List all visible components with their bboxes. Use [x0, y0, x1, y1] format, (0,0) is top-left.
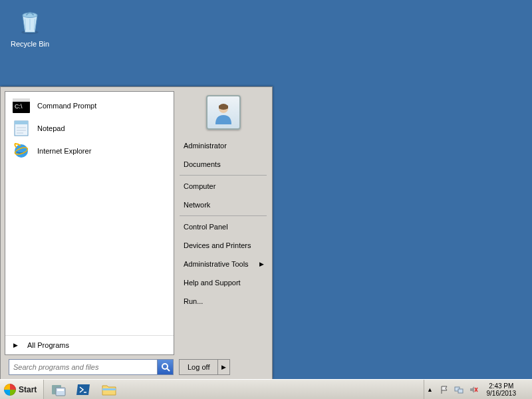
pinned-item-notepad[interactable]: Notepad [5, 117, 174, 140]
recycle-bin-label: Recycle Bin [7, 40, 53, 48]
right-item-administrative-tools[interactable]: Administrative Tools▶ [177, 255, 269, 273]
search-box [9, 359, 174, 375]
svg-rect-17 [57, 389, 64, 391]
windows-orb-icon [4, 384, 16, 396]
taskbar-server-manager[interactable] [47, 380, 70, 399]
start-button[interactable]: Start [0, 380, 44, 399]
svg-rect-3 [13, 98, 30, 102]
pinned-item-label: Command Prompt [37, 102, 96, 110]
triangle-right-icon: ▶ [221, 364, 226, 370]
clock-date: 9/16/2013 [487, 390, 517, 397]
recycle-bin[interactable]: Recycle Bin [7, 5, 53, 48]
logoff-options-button[interactable]: ▶ [217, 360, 229, 374]
svg-text:C:\: C:\ [15, 103, 23, 110]
search-input[interactable] [9, 360, 157, 374]
pinned-item-command-prompt[interactable]: C:\ Command Prompt [5, 94, 174, 117]
taskbar-explorer[interactable] [97, 380, 121, 399]
svg-rect-20 [458, 389, 463, 393]
chevron-up-icon: ▲ [427, 386, 433, 393]
logoff-button[interactable]: Log off [180, 360, 217, 374]
recycle-bin-icon [14, 5, 46, 37]
submenu-arrow-icon: ▶ [259, 261, 264, 267]
start-menu-left-pane: C:\ Command Prompt Notepad Internet Expl… [5, 91, 174, 355]
taskbar: Start ▲ 2:43 PM 9/16/2013 [0, 379, 532, 399]
pinned-item-label: Internet Explorer [37, 147, 91, 155]
right-item-network[interactable]: Network [177, 196, 269, 214]
start-menu-bottom: Log off ▶ [1, 355, 272, 379]
flag-icon [440, 385, 449, 394]
right-item-run[interactable]: Run... [177, 292, 269, 311]
svg-line-14 [167, 368, 170, 371]
quick-launch [44, 380, 124, 399]
start-menu-right-pane: Administrator Documents Computer Network… [174, 87, 272, 355]
svg-rect-18 [102, 388, 116, 390]
right-item-documents[interactable]: Documents [177, 155, 269, 174]
taskbar-powershell[interactable] [72, 380, 96, 399]
user-avatar[interactable] [206, 95, 241, 130]
right-item-control-panel[interactable]: Control Panel [177, 217, 269, 236]
command-prompt-icon: C:\ [12, 96, 31, 115]
start-menu: C:\ Command Prompt Notepad Internet Expl… [0, 86, 273, 379]
search-button[interactable] [157, 360, 173, 374]
logoff-split-button: Log off ▶ [179, 359, 230, 375]
svg-rect-6 [15, 121, 28, 124]
svg-point-13 [162, 364, 168, 369]
server-manager-icon [51, 382, 66, 397]
pinned-item-internet-explorer[interactable]: Internet Explorer [5, 140, 174, 162]
powershell-icon [76, 382, 92, 397]
right-item-help-and-support[interactable]: Help and Support [177, 273, 269, 292]
pinned-item-label: Notepad [37, 124, 65, 132]
network-icon [454, 385, 464, 394]
internet-explorer-icon [12, 142, 31, 160]
triangle-right-icon: ▶ [13, 342, 18, 348]
tray-overflow-button[interactable]: ▲ [426, 380, 435, 399]
folder-icon [101, 383, 117, 396]
right-item-devices-and-printers[interactable]: Devices and Printers [177, 236, 269, 255]
user-icon [210, 99, 237, 126]
tray-volume[interactable] [468, 384, 479, 395]
start-label: Start [19, 385, 37, 394]
svg-rect-16 [56, 388, 65, 396]
taskbar-clock[interactable]: 2:43 PM 9/16/2013 [483, 381, 521, 398]
clock-time: 2:43 PM [487, 382, 517, 390]
right-item-computer[interactable]: Computer [177, 177, 269, 196]
all-programs-label: All Programs [27, 341, 69, 349]
search-icon [161, 362, 170, 372]
right-item-administrator[interactable]: Administrator [177, 136, 269, 155]
notepad-icon [12, 119, 31, 138]
all-programs[interactable]: ▶ All Programs [5, 335, 174, 354]
tray-network[interactable] [454, 384, 464, 395]
separator [180, 215, 267, 216]
volume-muted-icon [469, 385, 478, 394]
tray-action-center[interactable] [439, 384, 450, 395]
separator [180, 175, 267, 176]
system-tray: ▲ 2:43 PM 9/16/2013 [424, 380, 533, 399]
taskbar-spacer[interactable] [124, 380, 423, 399]
svg-point-1 [23, 13, 37, 17]
